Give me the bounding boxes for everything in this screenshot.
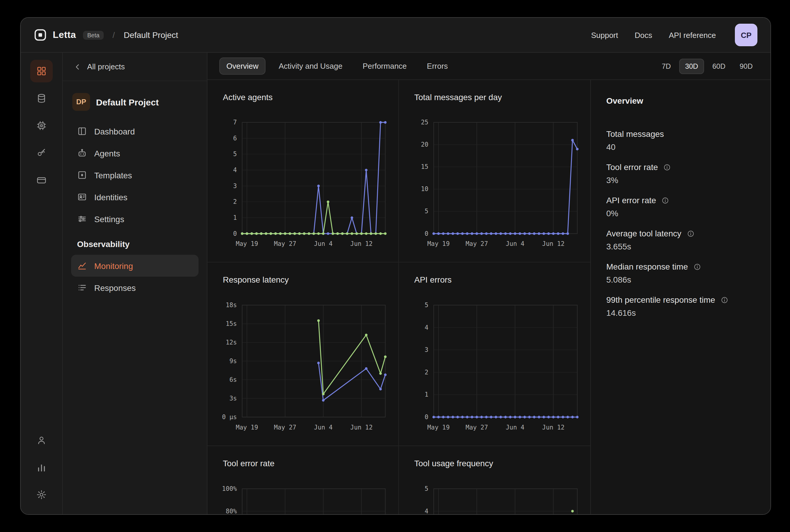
svg-text:May 27: May 27 bbox=[274, 240, 296, 247]
header-link-support[interactable]: Support bbox=[591, 31, 618, 39]
sidebar-item-agents[interactable]: Agents bbox=[71, 142, 199, 164]
svg-text:2: 2 bbox=[233, 198, 237, 205]
svg-text:Jun 4: Jun 4 bbox=[506, 240, 525, 247]
stat-api-error-rate: API error rate0% bbox=[606, 195, 755, 218]
grid-icon bbox=[36, 66, 47, 76]
sidebar-item-templates[interactable]: Templates bbox=[71, 164, 199, 186]
header-link-docs[interactable]: Docs bbox=[635, 31, 652, 39]
svg-text:May 27: May 27 bbox=[274, 424, 296, 431]
stat-average-tool-latency: Average tool latency3.655s bbox=[606, 229, 755, 251]
time-range-90d[interactable]: 90D bbox=[734, 58, 758, 74]
settings-icon bbox=[77, 214, 87, 224]
info-icon[interactable] bbox=[693, 263, 701, 270]
overview-panel-title: Overview bbox=[606, 96, 755, 106]
svg-text:Jun 12: Jun 12 bbox=[542, 424, 565, 431]
rail-item-database[interactable] bbox=[30, 87, 53, 110]
info-icon[interactable] bbox=[686, 230, 694, 237]
time-range-7d[interactable]: 7D bbox=[656, 58, 677, 74]
svg-text:5: 5 bbox=[425, 208, 429, 215]
tab-errors[interactable]: Errors bbox=[420, 57, 455, 75]
chart-canvas: 012345May 19May 27Jun 4Jun 12 bbox=[399, 446, 590, 514]
project-badge: DP bbox=[72, 93, 90, 111]
chart-canvas: 0510152025May 19May 27Jun 4Jun 12 bbox=[399, 80, 590, 262]
info-icon[interactable] bbox=[661, 196, 669, 204]
top-bar: Letta Beta / Default Project SupportDocs… bbox=[21, 18, 770, 53]
breadcrumb-separator: / bbox=[113, 30, 115, 40]
rail-item-gear[interactable] bbox=[30, 483, 53, 506]
project-row[interactable]: DP Default Project bbox=[72, 93, 198, 111]
sidebar-item-label: Dashboard bbox=[94, 127, 135, 136]
rail-item-key[interactable] bbox=[30, 141, 53, 164]
svg-text:5: 5 bbox=[233, 151, 237, 157]
svg-text:6: 6 bbox=[233, 135, 237, 142]
info-icon[interactable] bbox=[720, 296, 728, 304]
database-icon bbox=[36, 93, 47, 104]
dashboard-icon bbox=[77, 126, 87, 136]
templates-icon bbox=[77, 170, 87, 180]
tabs-bar: OverviewActivity and UsagePerformanceErr… bbox=[207, 53, 770, 80]
chip-icon bbox=[36, 120, 47, 131]
svg-text:10: 10 bbox=[421, 186, 429, 192]
sidebar-item-label: Responses bbox=[94, 283, 136, 292]
stat-value: 3% bbox=[606, 175, 755, 185]
rail-item-person[interactable] bbox=[30, 429, 53, 452]
tab-performance[interactable]: Performance bbox=[356, 57, 414, 75]
sidebar-item-settings[interactable]: Settings bbox=[71, 208, 199, 230]
tab-activity-and-usage[interactable]: Activity and Usage bbox=[271, 57, 350, 75]
stat-label: Tool error rate bbox=[606, 162, 658, 172]
user-avatar[interactable]: CP bbox=[735, 24, 757, 46]
tab-overview[interactable]: Overview bbox=[219, 57, 265, 75]
sidebar-item-dashboard[interactable]: Dashboard bbox=[71, 120, 199, 142]
svg-text:9s: 9s bbox=[229, 358, 237, 365]
chart-active-agents: Active agents01234567May 19May 27Jun 4Ju… bbox=[207, 80, 399, 263]
stat-median-response-time: Median response time5.086s bbox=[606, 262, 755, 284]
header-link-api-reference[interactable]: API reference bbox=[669, 31, 716, 39]
sidebar-item-label: Identities bbox=[94, 192, 127, 202]
observability-section-label: Observability bbox=[77, 239, 193, 249]
sidebar-item-responses[interactable]: Responses bbox=[71, 277, 199, 299]
stat-label: Median response time bbox=[606, 262, 688, 271]
project-name: Default Project bbox=[96, 97, 159, 107]
back-to-all-projects[interactable]: All projects bbox=[63, 53, 207, 81]
sidebar-item-monitoring[interactable]: Monitoring bbox=[71, 255, 199, 277]
svg-text:6s: 6s bbox=[229, 376, 237, 383]
stat-value: 3.655s bbox=[606, 242, 755, 251]
time-range-60d[interactable]: 60D bbox=[707, 58, 731, 74]
time-range-30d[interactable]: 30D bbox=[679, 58, 704, 74]
sidebar-item-identities[interactable]: Identities bbox=[71, 186, 199, 208]
svg-text:1: 1 bbox=[233, 214, 237, 221]
sidebar-inner: DP Default Project DashboardAgentsTempla… bbox=[63, 81, 207, 299]
main-area: OverviewActivity and UsagePerformanceErr… bbox=[207, 53, 770, 514]
tabs: OverviewActivity and UsagePerformanceErr… bbox=[219, 57, 455, 75]
time-range-group: 7D30D60D90D bbox=[656, 58, 758, 74]
breadcrumb-project[interactable]: Default Project bbox=[124, 30, 178, 40]
person-icon bbox=[36, 435, 47, 445]
gear-icon bbox=[36, 489, 47, 500]
rail-item-wallet[interactable] bbox=[30, 169, 53, 191]
chart-canvas: 01234567May 19May 27Jun 4Jun 12 bbox=[207, 80, 398, 262]
chart-title: Total messages per day bbox=[414, 92, 502, 102]
svg-text:7: 7 bbox=[233, 119, 237, 126]
chart-title: API errors bbox=[414, 275, 452, 284]
svg-text:80%: 80% bbox=[226, 508, 237, 514]
logo-text: Letta bbox=[53, 30, 76, 40]
svg-text:Jun 12: Jun 12 bbox=[350, 240, 373, 247]
svg-text:5: 5 bbox=[425, 485, 429, 492]
charts-grid: Active agents01234567May 19May 27Jun 4Ju… bbox=[207, 80, 590, 514]
svg-text:4: 4 bbox=[233, 167, 237, 174]
info-icon[interactable] bbox=[663, 163, 671, 171]
overview-stats: Total messages40Tool error rate3%API err… bbox=[606, 129, 755, 318]
stat-label: API error rate bbox=[606, 195, 656, 205]
rail-item-chip[interactable] bbox=[30, 114, 53, 137]
stat-label-row: 99th percentile response time bbox=[606, 295, 755, 304]
chart-api-errors: API errors012345May 19May 27Jun 4Jun 12 bbox=[399, 263, 590, 446]
chart-tool-usage-frequency: Tool usage frequency012345May 19May 27Ju… bbox=[399, 446, 590, 514]
svg-text:Jun 4: Jun 4 bbox=[314, 240, 333, 247]
rail-item-grid[interactable] bbox=[30, 60, 53, 82]
svg-text:May 27: May 27 bbox=[466, 240, 488, 247]
rail-item-bar-chart[interactable] bbox=[30, 456, 53, 479]
stat-label-row: Total messages bbox=[606, 129, 755, 139]
app-body: All projects DP Default Project Dashboar… bbox=[21, 53, 770, 514]
stat-value: 14.616s bbox=[606, 308, 755, 318]
agents-icon bbox=[77, 148, 87, 158]
